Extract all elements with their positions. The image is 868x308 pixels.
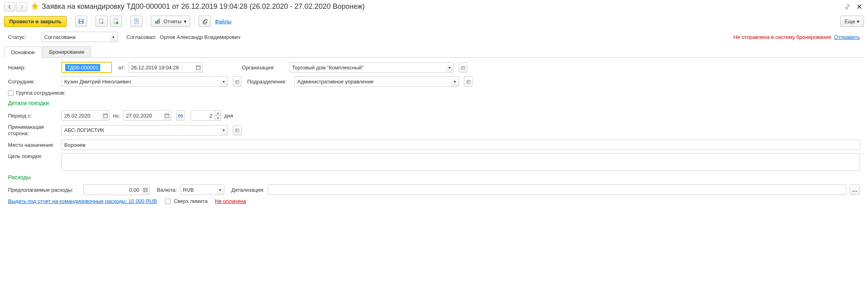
detail-label: Детализация: bbox=[232, 187, 264, 193]
close-button[interactable]: ✕ bbox=[855, 2, 864, 11]
detail-more-button[interactable]: … bbox=[850, 184, 860, 195]
advance-link[interactable]: Выдать под отчет на командировочные расх… bbox=[8, 198, 157, 204]
chevron-down-icon: ▾ bbox=[857, 18, 860, 24]
save-button[interactable] bbox=[75, 16, 87, 27]
tab-booking[interactable]: Бронирование bbox=[43, 46, 91, 57]
unpost-button[interactable] bbox=[110, 16, 122, 27]
calculator-icon[interactable] bbox=[142, 184, 150, 195]
date-label: от: bbox=[118, 65, 125, 71]
org-label: Организация: bbox=[242, 65, 286, 71]
period-label: Период с: bbox=[8, 113, 58, 119]
number-input[interactable]: ТД00-000001 bbox=[63, 63, 111, 72]
purpose-label: Цель поездки: bbox=[8, 153, 58, 159]
host-input[interactable]: АБС-ЛОГИСТИК bbox=[61, 125, 220, 136]
svg-rect-19 bbox=[144, 188, 147, 192]
chevron-down-icon: ▾ bbox=[184, 18, 187, 24]
employee-label: Сотрудник: bbox=[8, 79, 58, 85]
star-icon[interactable] bbox=[30, 2, 39, 12]
group-label: Группа сотрудников: bbox=[16, 90, 65, 96]
org-open-button[interactable]: ◰ bbox=[459, 62, 468, 73]
status-select[interactable]: Согласована bbox=[41, 32, 110, 42]
submit-close-button[interactable]: Провести и закрыть bbox=[4, 16, 67, 27]
employee-dropdown[interactable]: ▾ bbox=[220, 76, 228, 87]
files-link[interactable]: Файлы bbox=[215, 18, 231, 24]
employee-input[interactable]: Кузин Дмитрий Николаевич bbox=[61, 76, 220, 87]
destination-input[interactable]: Воронеж bbox=[61, 140, 860, 150]
over-limit-checkbox[interactable] bbox=[165, 199, 171, 204]
attachment-button[interactable] bbox=[199, 16, 211, 27]
calendar-icon[interactable] bbox=[163, 110, 171, 121]
back-button[interactable] bbox=[4, 2, 15, 12]
svg-rect-6 bbox=[135, 19, 138, 24]
svg-rect-2 bbox=[80, 22, 82, 23]
currency-label: Валюта: bbox=[157, 187, 177, 193]
host-label: Принимающая сторона: bbox=[8, 124, 58, 136]
estimated-input[interactable]: 0,00 bbox=[83, 184, 142, 195]
days-down[interactable]: ▾ bbox=[215, 116, 221, 121]
dept-open-button[interactable]: ◰ bbox=[464, 76, 473, 87]
estimated-label: Предполагаемые расходы: bbox=[8, 187, 80, 193]
approved-by-label: Согласовал: bbox=[126, 34, 157, 40]
destination-label: Место назначения: bbox=[8, 142, 58, 148]
org-input[interactable]: Торговый дом "Комплексный" bbox=[289, 62, 446, 73]
status-label: Статус: bbox=[8, 34, 38, 40]
trip-section-title: Детали поездки bbox=[8, 100, 860, 106]
host-dropdown[interactable]: ▾ bbox=[220, 125, 228, 136]
status-dropdown[interactable]: ▾ bbox=[110, 32, 118, 42]
org-dropdown[interactable]: ▾ bbox=[446, 62, 454, 73]
host-open-button[interactable]: ◰ bbox=[233, 125, 242, 136]
period-picker-button[interactable]: (•) bbox=[176, 110, 185, 121]
to-label: по: bbox=[113, 113, 120, 119]
tab-main[interactable]: Основное bbox=[4, 47, 42, 58]
employee-open-button[interactable]: ◰ bbox=[233, 76, 242, 87]
forward-button[interactable] bbox=[16, 2, 27, 12]
send-link[interactable]: Отправить bbox=[834, 34, 860, 40]
svg-rect-10 bbox=[155, 21, 157, 24]
expenses-section-title: Расходы bbox=[8, 174, 860, 180]
days-label: дня bbox=[224, 113, 233, 119]
create-based-on-button[interactable] bbox=[130, 16, 142, 27]
date-from-input[interactable]: 26.02.2020 bbox=[61, 110, 102, 121]
svg-rect-15 bbox=[104, 114, 108, 118]
reports-button[interactable]: Отчеты ▾ bbox=[151, 16, 190, 27]
svg-rect-13 bbox=[196, 66, 200, 69]
calendar-icon[interactable] bbox=[102, 110, 110, 121]
currency-dropdown[interactable]: ▾ bbox=[216, 184, 224, 195]
purpose-textarea[interactable] bbox=[61, 153, 860, 171]
date-to-input[interactable]: 27.02.2020 bbox=[123, 110, 163, 121]
days-up[interactable]: ▴ bbox=[215, 110, 221, 116]
reports-label: Отчеты bbox=[163, 18, 181, 24]
page-title: Заявка на командировку ТД00-000001 от 26… bbox=[42, 2, 844, 11]
days-input[interactable]: 2 bbox=[191, 110, 215, 121]
svg-point-5 bbox=[116, 22, 118, 24]
more-button[interactable]: Еще ▾ bbox=[840, 16, 864, 27]
dept-input[interactable]: Административное управление bbox=[295, 76, 451, 87]
svg-rect-12 bbox=[159, 19, 160, 24]
svg-rect-17 bbox=[165, 114, 169, 118]
post-button[interactable] bbox=[96, 16, 108, 27]
dept-label: Подразделение: bbox=[247, 79, 291, 85]
svg-rect-11 bbox=[157, 20, 158, 24]
link-icon[interactable] bbox=[844, 3, 852, 11]
svg-rect-1 bbox=[79, 19, 83, 21]
group-checkbox[interactable] bbox=[8, 90, 14, 96]
dept-dropdown[interactable]: ▾ bbox=[451, 76, 459, 87]
booking-warning: Не отправлена в систему бронирования Отп… bbox=[734, 34, 860, 40]
currency-input[interactable]: RUB bbox=[180, 184, 216, 195]
detail-input[interactable] bbox=[268, 184, 846, 195]
approved-by-value: Орлов Александр Владимирович bbox=[160, 34, 240, 40]
over-limit-label: Сверх лимита bbox=[174, 198, 208, 204]
date-input[interactable]: 26.12.2019 19:04:28 bbox=[128, 62, 195, 73]
number-label: Номер: bbox=[8, 65, 58, 71]
calendar-icon[interactable] bbox=[195, 62, 203, 73]
not-paid-link[interactable]: Не оплачена bbox=[215, 198, 246, 204]
